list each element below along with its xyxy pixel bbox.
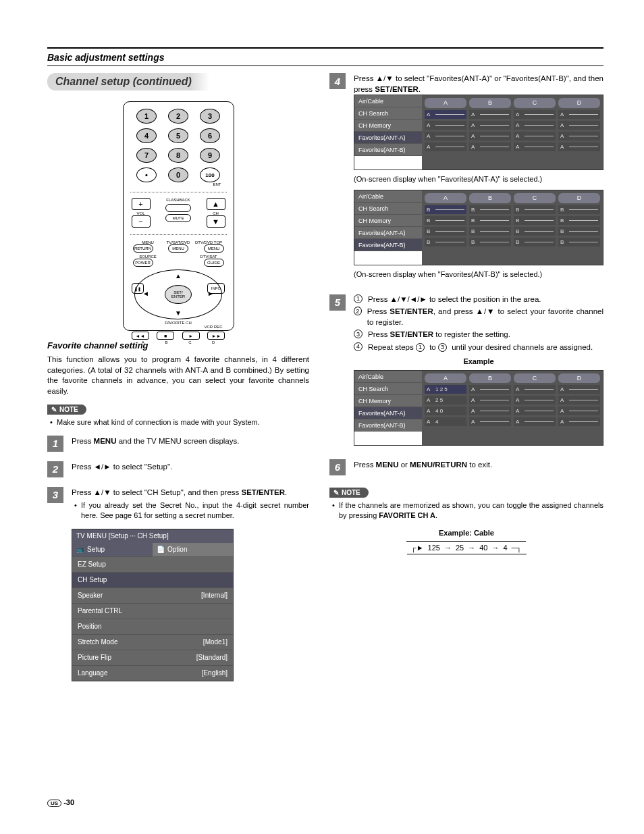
step-6: 6 Press MENU or MENU/RETURN to exit.	[329, 459, 603, 475]
fav-slot: A	[514, 407, 556, 415]
fav-slot: A	[514, 121, 556, 130]
vcr-rec-label: VCR REC	[129, 325, 228, 329]
fav-slot: B	[514, 227, 556, 236]
step-number: 4	[329, 73, 346, 89]
pause-button: ❚❚	[132, 283, 144, 294]
remote-key-1: 1	[136, 109, 157, 124]
fav-slot: B	[425, 227, 466, 236]
remote-key-5: 5	[168, 128, 188, 143]
ent-label: ENT	[129, 182, 228, 186]
fav-slot: A	[469, 110, 511, 119]
fav-slot: A1 2 5	[425, 385, 466, 394]
fav-slot: A	[469, 417, 511, 426]
fav-slot: A	[558, 132, 600, 140]
fav-slot: A	[425, 110, 466, 119]
fav-slot: A2 5	[425, 396, 466, 405]
fav-slot: A	[469, 132, 511, 140]
remote-key-dot: •	[136, 167, 157, 182]
fav-slot: A4	[425, 417, 466, 426]
ch-up-button: ▲	[207, 198, 225, 210]
remote-key-8: 8	[168, 148, 188, 163]
fav-slot: B	[425, 205, 466, 214]
step-number: 5	[329, 294, 346, 311]
fav-slot: B	[469, 227, 511, 236]
power-button: POWER	[133, 259, 153, 267]
fav-slot: A	[469, 142, 511, 151]
step-number: 6	[329, 459, 346, 475]
ch-down-button: ▼	[207, 215, 225, 228]
remote-key-6: 6	[200, 128, 220, 143]
caption-ant-a: (On-screen display when "Favorites(ANT-A…	[354, 174, 603, 184]
fav-slot: A	[514, 385, 556, 394]
step-4: 4 Press ▲/▼ to select "Favorites(ANT-A)"…	[329, 73, 603, 285]
osd-row: Speaker[Internal]	[72, 588, 233, 603]
note-badge: NOTE	[47, 405, 86, 415]
remote-key-4: 4	[136, 128, 157, 143]
tv-menu-osd: TV MENU [Setup ··· CH Setup] 📺 Setup 📄 O…	[72, 529, 234, 681]
osd-row: EZ Setup	[72, 556, 233, 572]
example-heading: Example	[354, 357, 603, 367]
remote-key-9: 9	[200, 148, 220, 163]
page-number: US-30	[47, 798, 74, 807]
fav-slot: A	[558, 407, 600, 415]
step-3: 3 Press ▲/▼ to select "CH Setup", and th…	[47, 487, 309, 681]
step-number: 1	[47, 436, 63, 452]
mute-button: MUTE	[165, 214, 191, 222]
fav-slot: A	[469, 385, 511, 394]
fav-slot: B	[514, 205, 556, 214]
step-1: 1 Press MENU and the TV MENU screen disp…	[47, 436, 309, 452]
stop-button: ■	[157, 332, 174, 340]
osd-tab-setup: 📺 Setup	[72, 543, 153, 556]
flashback-button	[165, 204, 191, 212]
remote-key-100: 100	[200, 167, 220, 182]
note-badge-2: NOTE	[329, 488, 369, 498]
page-header: Basic adjustment settings	[47, 47, 603, 66]
fav-slot: A	[469, 407, 511, 415]
osd-row: Language[English]	[72, 665, 233, 681]
vol-up-button: +	[132, 198, 151, 210]
remote-key-0: 0	[168, 167, 188, 182]
fav-slot: B	[558, 216, 600, 225]
fav-slot: B	[558, 238, 600, 246]
section-title: Channel setup (continued)	[47, 73, 209, 90]
step3-bullet: If you already set the Secret No., input…	[74, 500, 309, 521]
fav-slot: A	[558, 110, 600, 119]
fav-slot: B	[469, 238, 511, 246]
vol-down-button: −	[132, 215, 151, 228]
fav-slot: A4 0	[425, 407, 466, 415]
guide-button: GUIDE	[204, 259, 224, 267]
tvmenu-button: MENU	[168, 244, 188, 253]
osd-breadcrumb: TV MENU [Setup ··· CH Setup]	[72, 529, 233, 543]
fav-slot: A	[558, 142, 600, 151]
fav-slot: B	[514, 216, 556, 225]
fav-slot: A	[514, 417, 556, 426]
cable-loop: ┌►125→25→40→4─┐	[329, 541, 603, 554]
flashback-label: FLASHBACK	[166, 198, 190, 202]
fav-slot: A	[514, 110, 556, 119]
step-number: 3	[47, 487, 63, 503]
fav-slot: A	[558, 396, 600, 405]
osd-row: Position	[72, 619, 233, 634]
rewind-button: ◄◄	[132, 332, 149, 340]
fav-slot: B	[469, 205, 511, 214]
note-bullet: Make sure what kind of connection is mad…	[50, 417, 309, 427]
fav-slot: A	[558, 417, 600, 426]
osd-row: Picture Flip[Standard]	[72, 650, 233, 665]
fav-slot: A	[425, 142, 466, 151]
fav-slot: B	[558, 205, 600, 214]
fav-slot: A	[469, 121, 511, 130]
play-button: ►	[182, 332, 200, 340]
fav-slot: B	[425, 216, 466, 225]
fav-slot: B	[514, 238, 556, 246]
osd-row: Stretch Mode[Mode1]	[72, 634, 233, 650]
osd-tab-option: 📄 Option	[153, 543, 233, 556]
step-2: 2 Press ◄/► to select "Setup".	[47, 461, 309, 477]
header-title: Basic adjustment settings	[47, 52, 603, 63]
fav-slot: A	[514, 132, 556, 140]
fav-slot: A	[425, 121, 466, 130]
set-enter-button: SET/ ENTER	[165, 285, 192, 304]
ff-button: ►►	[207, 332, 225, 340]
down-arrow-icon: ▼	[175, 309, 182, 317]
fav-slot: A	[514, 142, 556, 151]
remote-key-3: 3	[200, 109, 220, 124]
